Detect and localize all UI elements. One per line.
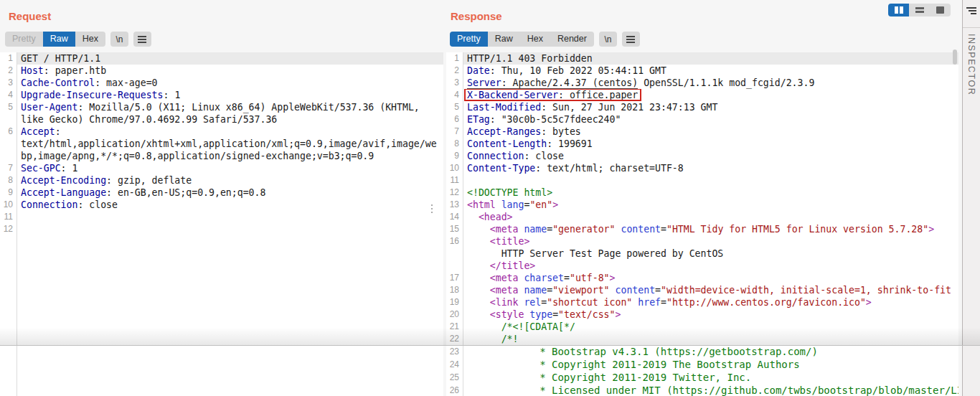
- line-number: 6: [0, 126, 17, 138]
- line-number: 9: [0, 187, 17, 199]
- request-title: Request: [9, 10, 51, 22]
- line-number: 16: [446, 235, 463, 248]
- line-number: 4: [446, 89, 463, 101]
- line-number: [446, 260, 463, 272]
- code-row: text/html,application/xhtml+xml,applicat…: [0, 138, 443, 150]
- response-menu-button[interactable]: [622, 32, 640, 47]
- layout-columns-button[interactable]: [888, 4, 909, 16]
- inspector-divider: [963, 27, 980, 28]
- line-number: 12: [446, 187, 463, 199]
- line-number: [446, 248, 463, 260]
- hamburger-icon: [626, 36, 635, 43]
- hamburger-icon: [138, 36, 146, 43]
- tab-request-pretty[interactable]: Pretty: [5, 32, 43, 47]
- line-number: 4: [0, 89, 17, 101]
- layout-columns-icon: [895, 6, 898, 14]
- code-row: 16 <title>: [446, 235, 958, 248]
- inspector-label: INSPECTOR: [966, 34, 976, 95]
- line-number: 11: [446, 174, 463, 187]
- line-number: 9: [446, 150, 463, 162]
- code-row: 11: [446, 174, 958, 187]
- pane-splitter-handle[interactable]: [431, 204, 434, 216]
- line-number: 18: [446, 284, 463, 296]
- code-row: 6ETag: "30c0b-5c5c7fdeec240": [446, 113, 958, 126]
- code-row: 21 /*<![CDATA[*/: [446, 321, 958, 333]
- line-number: 26: [446, 384, 463, 396]
- code-row: 3Cache-Control: max-age=0: [0, 77, 443, 89]
- code-row: 19 <link rel="shortcut icon" href="http:…: [446, 296, 958, 308]
- code-row: 23 * Bootstrap v4.3.1 (https://getbootst…: [446, 345, 958, 358]
- code-row: 11: [0, 211, 443, 223]
- request-tabbar: PrettyRawHex \n: [5, 32, 151, 47]
- response-pane: Response PrettyRawHexRender \n 1HTTP/1.1…: [446, 0, 958, 396]
- code-row: 22 /*!: [446, 333, 958, 345]
- line-number: 10: [446, 162, 463, 174]
- response-gutter-divider: [463, 52, 463, 396]
- line-number: 7: [446, 126, 463, 138]
- line-number: 23: [446, 345, 463, 358]
- code-row: 2Date: Thu, 10 Feb 2022 05:44:11 GMT: [446, 65, 958, 77]
- tab-response-raw[interactable]: Raw: [488, 32, 520, 47]
- response-tab-group: PrettyRawHexRender: [450, 32, 594, 47]
- code-row: 6Accept:: [0, 126, 443, 138]
- line-number: 24: [446, 358, 463, 371]
- tab-response-pretty[interactable]: Pretty: [450, 32, 488, 47]
- code-row: 7Accept-Ranges: bytes: [446, 126, 958, 138]
- code-row: bp,image/apng,*/*;q=0.8,application/sign…: [0, 150, 443, 162]
- code-row: 1GET / HTTP/1.1: [0, 52, 443, 65]
- code-row: 24 * Copyright 2011-2019 The Bootstrap A…: [446, 358, 958, 371]
- inspector-collapse-icon[interactable]: [966, 7, 976, 14]
- code-row: </title>: [446, 260, 958, 272]
- request-newline-button[interactable]: \n: [110, 32, 128, 47]
- code-row: 13<html lang="en">: [446, 199, 958, 211]
- code-row: 20 <style type="text/css">: [446, 308, 958, 321]
- code-row: like Gecko) Chrome/97.0.4692.99 Safari/5…: [0, 113, 443, 126]
- line-number: 17: [446, 272, 463, 284]
- response-scrollbar-thumb[interactable]: [953, 50, 957, 65]
- line-number: 5: [0, 101, 17, 113]
- line-number: 15: [446, 223, 463, 235]
- layout-rows-icon: [915, 7, 924, 13]
- code-row: 8Accept-Encoding: gzip, deflate: [0, 174, 443, 187]
- code-row: 26 * Licensed under MIT (https://github.…: [446, 384, 958, 396]
- code-row: 10Connection: close: [0, 199, 443, 211]
- layout-rows-button[interactable]: [909, 4, 930, 16]
- code-row: 3Server: Apache/2.4.37 (centos) OpenSSL/…: [446, 77, 958, 89]
- request-editor[interactable]: 1GET / HTTP/1.12Host: paper.htb3Cache-Co…: [0, 52, 443, 396]
- layout-single-button[interactable]: [930, 4, 951, 16]
- code-row: 10Content-Type: text/html; charset=UTF-8: [446, 162, 958, 174]
- line-number: [0, 138, 17, 150]
- line-number: 13: [446, 199, 463, 211]
- line-number: 6: [446, 113, 463, 126]
- layout-switcher: [888, 4, 951, 16]
- response-tabbar: PrettyRawHexRender \n: [450, 32, 640, 47]
- line-number: 20: [446, 308, 463, 321]
- line-number: 22: [446, 333, 463, 345]
- code-row: 12<!DOCTYPE html>: [446, 187, 958, 199]
- response-editor[interactable]: 1HTTP/1.1 403 Forbidden2Date: Thu, 10 Fe…: [446, 52, 958, 396]
- line-number: 21: [446, 321, 463, 333]
- tab-request-raw[interactable]: Raw: [43, 32, 75, 47]
- tab-response-hex[interactable]: Hex: [520, 32, 550, 47]
- request-gutter-divider: [17, 52, 17, 396]
- code-row: 1HTTP/1.1 403 Forbidden: [446, 52, 958, 65]
- line-number: 19: [446, 296, 463, 308]
- tab-request-hex[interactable]: Hex: [75, 32, 105, 47]
- line-number: 25: [446, 371, 463, 384]
- line-number: 5: [446, 101, 463, 113]
- code-row: 7Sec-GPC: 1: [0, 162, 443, 174]
- line-number: 10: [0, 199, 17, 211]
- line-number: 12: [0, 223, 17, 235]
- code-row: 5User-Agent: Mozilla/5.0 (X11; Linux x86…: [0, 101, 443, 113]
- code-row: 2Host: paper.htb: [0, 65, 443, 77]
- response-newline-button[interactable]: \n: [599, 32, 617, 47]
- code-row: 4Upgrade-Insecure-Requests: 1: [0, 89, 443, 101]
- line-number: [0, 150, 17, 162]
- code-row: 15 <meta name="generator" content="HTML …: [446, 223, 958, 235]
- code-row: 25 * Copyright 2011-2019 Twitter, Inc.: [446, 371, 958, 384]
- line-number: 1: [0, 52, 17, 65]
- tab-response-render[interactable]: Render: [550, 32, 594, 47]
- inspector-sidebar[interactable]: INSPECTOR: [962, 0, 980, 396]
- request-menu-button[interactable]: [133, 32, 151, 47]
- line-number: 8: [0, 174, 17, 187]
